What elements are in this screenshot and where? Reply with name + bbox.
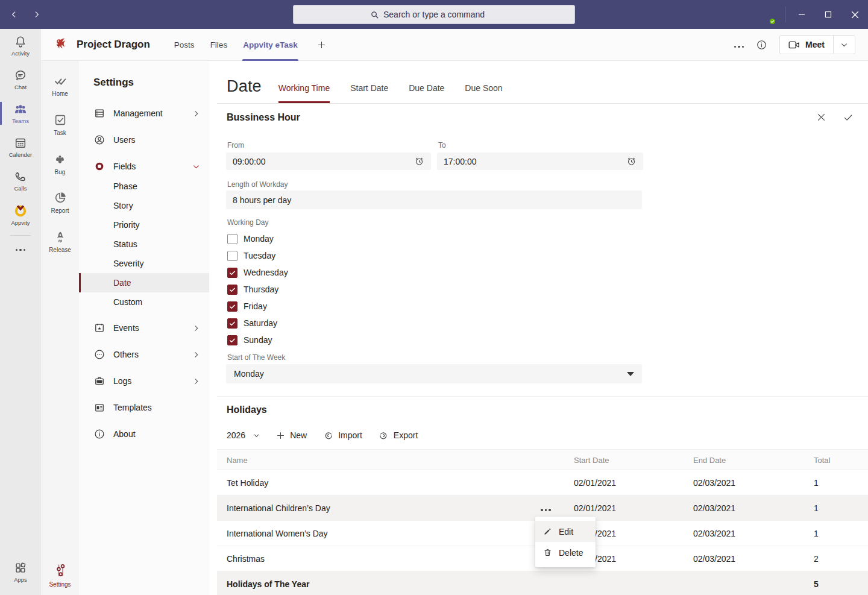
nav-item-about[interactable]: About xyxy=(79,421,209,447)
checkbox-icon[interactable] xyxy=(227,318,237,329)
task-checkbox-icon xyxy=(54,113,67,127)
nav-item-date[interactable]: Date xyxy=(79,273,209,292)
forward-icon[interactable] xyxy=(30,8,43,21)
checkbox-icon[interactable] xyxy=(227,335,237,345)
more-apps-icon[interactable] xyxy=(16,243,26,253)
cancel-icon[interactable] xyxy=(816,112,826,123)
context-menu-delete[interactable]: Delete xyxy=(535,542,596,563)
new-button[interactable]: New xyxy=(276,430,307,440)
meet-dropdown-chevron-icon[interactable] xyxy=(833,36,855,54)
nav-item-others[interactable]: Others xyxy=(79,341,209,368)
tab-due-date[interactable]: Due Date xyxy=(409,83,444,103)
working-day-checkbox-monday[interactable]: Monday xyxy=(227,230,288,247)
nav-item-story[interactable]: Story xyxy=(79,196,209,215)
close-button[interactable] xyxy=(841,0,868,29)
app-rail-item-bug[interactable]: Bug xyxy=(41,153,79,175)
tab-posts[interactable]: Posts xyxy=(166,29,203,61)
report-pie-icon xyxy=(54,191,67,204)
day-label: Wednesday xyxy=(244,268,288,277)
clock-icon[interactable] xyxy=(414,156,424,166)
nav-item-users[interactable]: Users xyxy=(79,127,209,153)
info-icon[interactable] xyxy=(756,39,767,51)
chevron-down-icon xyxy=(192,163,200,171)
user-avatar[interactable] xyxy=(756,5,775,24)
export-button[interactable]: Export xyxy=(379,430,418,441)
rail-item-activity[interactable]: Activity xyxy=(0,29,41,63)
rail-item-apps[interactable]: Apps xyxy=(0,555,41,589)
nav-item-events[interactable]: Events xyxy=(79,315,209,341)
checkbox-icon[interactable] xyxy=(227,251,237,261)
rail-item-calendar[interactable]: Calender xyxy=(0,130,41,164)
working-day-checkbox-thursday[interactable]: Thursday xyxy=(227,281,288,298)
nav-item-logs[interactable]: LOG Logs xyxy=(79,368,209,394)
tab-appvity-etask[interactable]: Appvity eTask xyxy=(235,29,306,61)
checkbox-icon[interactable] xyxy=(227,234,237,244)
tab-due-soon[interactable]: Due Soon xyxy=(465,83,502,103)
meet-button[interactable]: Meet xyxy=(779,35,855,54)
nav-item-phase[interactable]: Phase xyxy=(79,177,209,196)
day-label: Friday xyxy=(244,301,267,311)
table-row-tet-holiday[interactable]: Tet Holiday 02/01/2021 02/03/2021 1 xyxy=(217,470,868,496)
checkbox-icon[interactable] xyxy=(227,301,237,312)
others-circle-dots-icon xyxy=(93,348,105,360)
rail-item-appvity[interactable]: Appvity xyxy=(0,198,41,231)
search-bar[interactable] xyxy=(293,5,575,24)
clock-icon[interactable] xyxy=(626,156,637,166)
working-day-checkbox-tuesday[interactable]: Tuesday xyxy=(227,247,288,264)
tab-files[interactable]: Files xyxy=(203,29,236,61)
calendar-icon xyxy=(14,136,27,150)
add-tab-icon[interactable] xyxy=(309,29,334,61)
app-rail-item-task[interactable]: Task xyxy=(41,113,79,136)
length-of-workday-input[interactable]: 8 hours per day xyxy=(226,190,642,209)
tab-start-date[interactable]: Start Date xyxy=(350,83,388,103)
back-icon[interactable] xyxy=(7,8,20,21)
nav-item-priority[interactable]: Priority xyxy=(79,215,209,235)
working-day-checkbox-saturday[interactable]: Saturday xyxy=(227,315,288,332)
nav-item-severity[interactable]: Severity xyxy=(79,254,209,273)
titlebar-controls xyxy=(756,0,868,29)
column-start-date: Start Date xyxy=(574,455,609,464)
working-day-checkbox-sunday[interactable]: Sunday xyxy=(227,332,288,348)
tab-working-time[interactable]: Working Time xyxy=(278,83,330,103)
app-rail-item-release[interactable]: Release xyxy=(41,230,79,253)
app-rail-item-report[interactable]: Report xyxy=(41,191,79,214)
working-day-checkbox-friday[interactable]: Friday xyxy=(227,298,288,315)
save-check-icon[interactable] xyxy=(843,112,854,123)
nav-item-fields[interactable]: Fields xyxy=(79,153,209,180)
holidays-heading: Holidays xyxy=(227,405,267,415)
import-button[interactable]: Import xyxy=(323,430,362,441)
business-hour-header: Bussiness Hour xyxy=(227,112,854,123)
to-time-input[interactable]: 17:00:00 xyxy=(437,153,643,170)
team-name: Project Dragon xyxy=(77,39,150,51)
minimize-button[interactable] xyxy=(788,0,815,29)
search-input[interactable] xyxy=(383,10,498,19)
context-menu-label: Delete xyxy=(559,548,583,558)
day-label: Tuesday xyxy=(244,251,275,260)
from-time-input[interactable]: 09:00:00 xyxy=(226,153,431,170)
rail-item-calls[interactable]: Calls xyxy=(0,164,41,198)
nav-item-templates[interactable]: Templates xyxy=(79,394,209,421)
maximize-button[interactable] xyxy=(815,0,841,29)
checkbox-icon[interactable] xyxy=(227,268,237,278)
rail-item-chat[interactable]: Chat xyxy=(0,63,41,96)
rail-item-teams[interactable]: Teams xyxy=(0,96,41,130)
more-options-icon[interactable] xyxy=(734,40,744,49)
export-label: Export xyxy=(394,430,418,440)
nav-item-custom[interactable]: Custom xyxy=(79,292,209,312)
working-day-checkbox-wednesday[interactable]: Wednesday xyxy=(227,264,288,281)
nav-item-status[interactable]: Status xyxy=(79,235,209,254)
context-menu-edit[interactable]: Edit xyxy=(535,521,596,542)
checkbox-icon[interactable] xyxy=(227,285,237,295)
app-rail-label: Bug xyxy=(55,169,66,175)
app-rail-item-settings[interactable]: Settings xyxy=(41,562,79,588)
footer-total: 5 xyxy=(814,579,819,589)
team-header-actions: Meet xyxy=(734,35,868,54)
start-of-week-select[interactable]: Monday xyxy=(226,364,642,383)
app-rail-item-home[interactable]: Home xyxy=(41,74,79,97)
row-more-options-icon[interactable] xyxy=(538,501,553,515)
rail-label: Chat xyxy=(14,84,27,90)
date-tabrow: Date Working Time Start Date Due Date Du… xyxy=(217,61,868,104)
nav-item-management[interactable]: Management xyxy=(79,100,209,127)
year-dropdown[interactable]: 2026 xyxy=(227,430,260,440)
teams-rail: Activity Chat Teams Calender Calls xyxy=(0,29,41,595)
